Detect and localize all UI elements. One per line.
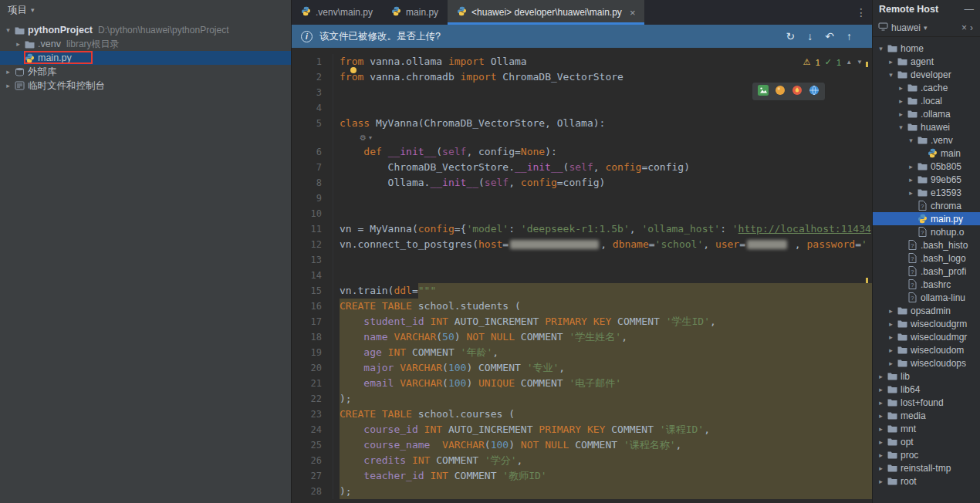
remote-tree-item-bashrc[interactable]: ?.bashrc <box>873 278 980 291</box>
code-editor[interactable]: ⚠ 1 ✓ 1 ▲ ▼ 1from vanna.ollama import Ol… <box>292 48 872 503</box>
remote-tree-item-proc[interactable]: ▸proc <box>873 448 980 461</box>
code-line[interactable]: 23CREATE TABLE school.courses ( <box>292 407 872 422</box>
code-line[interactable]: 24 course_id INT AUTO_INCREMENT PRIMARY … <box>292 422 872 437</box>
sync-icon[interactable]: ↻ <box>786 30 796 42</box>
code-line[interactable]: 2from vanna.chromadb import ChromaDB_Vec… <box>292 69 872 85</box>
remote-tree-item-local[interactable]: ▸.local <box>873 94 980 107</box>
line-number[interactable]: 4 <box>292 100 333 116</box>
remote-tree-item-wisecloudom[interactable]: ▸wisecloudom <box>873 343 980 356</box>
line-number[interactable]: 7 <box>292 160 333 175</box>
code-line[interactable]: 22); <box>292 391 872 407</box>
line-number[interactable]: 23 <box>292 407 333 422</box>
line-number[interactable]: 19 <box>292 345 333 360</box>
code-line[interactable]: 3 <box>292 85 872 100</box>
intention-bulb-icon[interactable] <box>350 67 357 73</box>
line-number[interactable]: 17 <box>292 314 333 329</box>
settings-inlay-icon[interactable]: ⚙▾ <box>340 131 372 144</box>
editor-tab-main-py[interactable]: main.py <box>382 0 448 25</box>
line-number[interactable]: 21 <box>292 376 333 391</box>
code-line[interactable]: 27 teacher_id INT COMMENT '教师ID' <box>292 468 872 484</box>
code-line[interactable]: 10 <box>292 206 872 221</box>
code-line[interactable]: 16CREATE TABLE school.students ( <box>292 299 872 314</box>
chevron-right-icon[interactable]: ▸ <box>896 84 906 92</box>
chevron-right-icon[interactable]: ▸ <box>886 360 896 367</box>
line-number[interactable]: 9 <box>292 191 333 206</box>
code-line[interactable]: 26 credits INT COMMENT '学分', <box>292 453 872 468</box>
remote-tree-item-chroma[interactable]: ?chroma <box>873 199 980 212</box>
chevron-right-icon[interactable]: ▸ <box>886 333 896 341</box>
line-number[interactable]: 16 <box>292 299 333 314</box>
remote-tree-item-opt[interactable]: ▸opt <box>873 435 980 448</box>
remote-tree-item-wisecloudgrm[interactable]: ▸wisecloudgrm <box>873 317 980 330</box>
remote-tree-item-e13593[interactable]: ▸e13593 <box>873 186 980 199</box>
code-line[interactable]: 14 <box>292 268 872 283</box>
line-number[interactable]: 26 <box>292 453 333 468</box>
remote-tree-item-bash-profi[interactable]: ?.bash_profi <box>873 265 980 278</box>
chevron-right-icon[interactable]: ▸ <box>906 176 916 184</box>
tab-options-menu-icon[interactable]: ⋮ <box>850 0 872 25</box>
code-line[interactable]: 15vn.train(ddl=""" <box>292 283 872 299</box>
remote-tree-item-media[interactable]: ▸media <box>873 409 980 422</box>
chevron-right-icon[interactable]: ▸ <box>876 373 886 380</box>
code-line[interactable]: 6 def __init__(self, config=None): <box>292 144 872 160</box>
chevron-right-icon[interactable]: ▸ <box>886 320 896 328</box>
remote-tree-item-nohup-o[interactable]: ?nohup.o <box>873 225 980 238</box>
chevron-right-icon[interactable]: ▸ <box>3 68 13 76</box>
code-line[interactable]: 7 ChromaDB_VectorStore.__init__(self, co… <box>292 160 872 175</box>
chevron-right-icon[interactable]: ▸ <box>896 97 906 105</box>
remote-tree-item-mnt[interactable]: ▸mnt <box>873 422 980 435</box>
expand-icon[interactable]: › <box>968 22 975 33</box>
line-number[interactable]: 10 <box>292 206 333 221</box>
line-number[interactable]: 12 <box>292 237 333 252</box>
connection-name[interactable]: huawei <box>891 22 921 33</box>
remote-tree-item-wisecloudops[interactable]: ▸wisecloudops <box>873 356 980 370</box>
project-tree-item-[interactable]: ▸外部库 <box>0 65 291 79</box>
chevron-right-icon[interactable]: ▸ <box>876 412 886 420</box>
chevron-right-icon[interactable]: ▸ <box>3 82 13 89</box>
project-panel-header[interactable]: 项目 ▾ <box>0 0 291 20</box>
line-number[interactable]: 3 <box>292 85 333 100</box>
chevron-right-icon[interactable]: ▸ <box>906 189 916 197</box>
project-tree-item-venv[interactable]: ▸.venvlibrary根目录 <box>0 37 291 51</box>
chevron-down-icon[interactable]: ▾ <box>876 45 886 52</box>
chevron-down-icon[interactable]: ▾ <box>896 123 906 131</box>
rollback-icon[interactable]: ↶ <box>825 30 834 42</box>
chevron-right-icon[interactable]: ▸ <box>876 399 886 407</box>
remote-tree-item-home[interactable]: ▾home <box>873 42 980 55</box>
chevron-down-icon[interactable]: ▾ <box>906 137 916 144</box>
chevron-right-icon[interactable]: ▸ <box>876 425 886 433</box>
code-line[interactable]: 18 name VARCHAR(50) NOT NULL COMMENT '学生… <box>292 329 872 345</box>
line-number[interactable]: 8 <box>292 175 333 191</box>
project-tree-item-[interactable]: ▸临时文件和控制台 <box>0 79 291 93</box>
line-number[interactable]: 11 <box>292 221 333 237</box>
line-number[interactable]: 5 <box>292 116 333 131</box>
remote-tree-item-agent[interactable]: ▸agent <box>873 55 980 68</box>
remote-tree-item-bash-logo[interactable]: ?.bash_logo <box>873 252 980 265</box>
minimize-icon[interactable]: — <box>965 4 975 15</box>
remote-tree-item-ollama[interactable]: ▸.ollama <box>873 107 980 120</box>
chevron-right-icon[interactable]: ▸ <box>876 464 886 472</box>
chevron-right-icon[interactable]: ▸ <box>886 58 896 66</box>
code-line[interactable]: 17 student_id INT AUTO_INCREMENT PRIMARY… <box>292 314 872 329</box>
remote-tree-item-bash-histo[interactable]: ?.bash_histo <box>873 238 980 252</box>
disconnect-icon[interactable]: × <box>960 22 968 33</box>
line-number[interactable]: 2 <box>292 69 333 85</box>
remote-tree-item-lib[interactable]: ▸lib <box>873 370 980 383</box>
chevron-down-icon[interactable]: ▾ <box>31 6 35 14</box>
editor-tab-venv-main-py[interactable]: .venv\main.py <box>292 0 382 25</box>
chevron-right-icon[interactable]: ▸ <box>886 346 896 354</box>
chevron-right-icon[interactable]: ▸ <box>896 110 906 118</box>
code-line[interactable]: 28); <box>292 484 872 499</box>
chevron-right-icon[interactable]: ▸ <box>876 438 886 446</box>
line-number[interactable]: 27 <box>292 468 333 484</box>
code-line[interactable]: 5class MyVanna(ChromaDB_VectorStore, Oll… <box>292 116 872 131</box>
close-icon[interactable]: × <box>630 7 636 19</box>
project-tree-item-pythonproject[interactable]: ▾pythonProjectD:\python\huawei\pythonPro… <box>0 23 291 37</box>
line-number[interactable] <box>292 131 333 144</box>
line-number[interactable]: 1 <box>292 54 333 69</box>
remote-tree-item-venv[interactable]: ▾.venv <box>873 133 980 147</box>
line-number[interactable]: 22 <box>292 391 333 407</box>
code-line[interactable]: 12vn.connect_to_postgres(host=, dbname='… <box>292 237 872 252</box>
download-icon[interactable]: ↓ <box>807 30 813 42</box>
remote-tree-item-main[interactable]: main <box>873 147 980 160</box>
